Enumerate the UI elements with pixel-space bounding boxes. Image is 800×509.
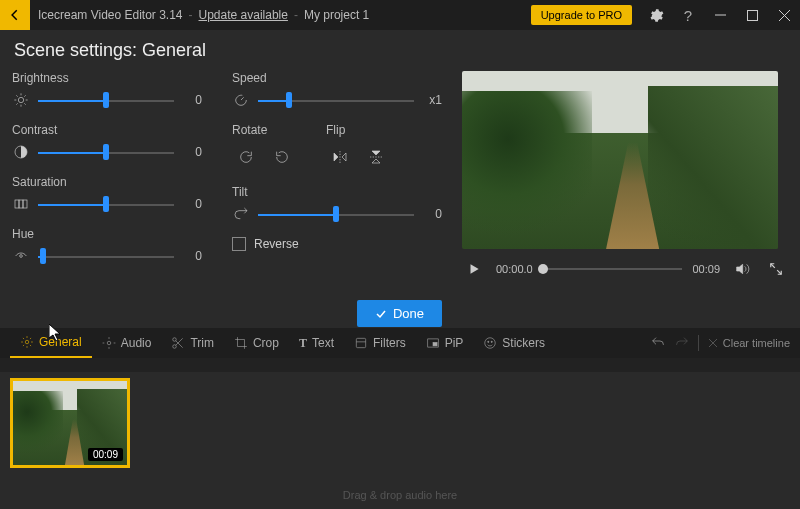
svg-rect-16 — [23, 200, 27, 208]
settings-button[interactable] — [640, 0, 672, 30]
tab-stickers[interactable]: Stickers — [473, 328, 555, 358]
back-button[interactable] — [0, 0, 30, 30]
help-button[interactable]: ? — [672, 0, 704, 30]
timeline[interactable]: 00:09 Drag & drop audio here — [0, 358, 800, 509]
progress-slider[interactable] — [543, 268, 683, 270]
update-link[interactable]: Update available — [199, 8, 288, 22]
maximize-button[interactable] — [736, 0, 768, 30]
tilt-slider[interactable] — [258, 207, 414, 221]
current-time: 00:00.0 — [496, 263, 533, 275]
hue-slider[interactable] — [38, 249, 174, 263]
clear-timeline-button[interactable]: Clear timeline — [707, 337, 790, 349]
arrow-left-icon — [8, 8, 22, 22]
video-preview[interactable] — [462, 71, 778, 249]
speed-slider[interactable] — [258, 93, 414, 107]
minimize-icon — [715, 10, 726, 21]
svg-line-10 — [24, 103, 25, 104]
page-title: Scene settings: General — [0, 30, 800, 71]
minimize-button[interactable] — [704, 0, 736, 30]
timeline-ruler[interactable] — [0, 358, 800, 372]
rotate-ccw-button[interactable] — [268, 143, 296, 171]
svg-point-32 — [173, 345, 177, 349]
hue-icon — [12, 247, 30, 265]
gear-icon — [20, 335, 34, 349]
svg-point-40 — [488, 341, 489, 342]
reverse-label: Reverse — [254, 237, 299, 251]
fullscreen-button[interactable] — [764, 257, 788, 281]
tab-trim-label: Trim — [190, 336, 214, 350]
svg-line-12 — [24, 95, 25, 96]
tab-general[interactable]: General — [10, 328, 92, 358]
title-text: Icecream Video Editor 3.14 - Update avai… — [30, 8, 377, 22]
svg-point-41 — [492, 341, 493, 342]
contrast-value: 0 — [182, 145, 202, 159]
tab-audio[interactable]: Audio — [92, 328, 162, 358]
tab-stickers-label: Stickers — [502, 336, 545, 350]
tab-text-label: Text — [312, 336, 334, 350]
rotate-label: Rotate — [232, 123, 296, 137]
tab-general-label: General — [39, 335, 82, 349]
filters-icon — [354, 336, 368, 350]
svg-point-30 — [107, 341, 111, 345]
maximize-icon — [747, 10, 758, 21]
saturation-value: 0 — [182, 197, 202, 211]
tab-pip-label: PiP — [445, 336, 464, 350]
brightness-slider[interactable] — [38, 93, 174, 107]
redo-button[interactable] — [674, 335, 690, 351]
brightness-value: 0 — [182, 93, 202, 107]
svg-point-17 — [20, 255, 23, 258]
saturation-slider[interactable] — [38, 197, 174, 211]
svg-point-29 — [25, 340, 29, 344]
flip-label: Flip — [326, 123, 390, 137]
volume-button[interactable] — [730, 257, 754, 281]
rotate-group: Rotate — [232, 123, 296, 171]
saturation-label: Saturation — [12, 175, 202, 189]
close-button[interactable] — [768, 0, 800, 30]
svg-line-27 — [771, 264, 775, 268]
player-bar: 00:00.0 00:09 — [462, 249, 788, 289]
contrast-icon — [12, 143, 30, 161]
svg-point-4 — [18, 97, 23, 102]
svg-rect-14 — [15, 200, 19, 208]
brightness-label: Brightness — [12, 71, 202, 85]
reverse-checkbox-row[interactable]: Reverse — [232, 237, 442, 251]
svg-marker-26 — [737, 264, 743, 273]
tab-pip[interactable]: PiP — [416, 328, 474, 358]
project-name: My project 1 — [304, 8, 369, 22]
contrast-slider[interactable] — [38, 145, 174, 159]
tab-crop-label: Crop — [253, 336, 279, 350]
svg-marker-24 — [372, 159, 380, 163]
svg-line-28 — [777, 270, 781, 274]
gear-icon — [649, 8, 664, 23]
tab-filters[interactable]: Filters — [344, 328, 416, 358]
speed-label: Speed — [232, 71, 442, 85]
rotate-cw-icon — [238, 149, 254, 165]
tab-crop[interactable]: Crop — [224, 328, 289, 358]
rotate-cw-button[interactable] — [232, 143, 260, 171]
play-button[interactable] — [462, 257, 486, 281]
tab-text[interactable]: TText — [289, 328, 344, 358]
separator: - — [294, 8, 298, 22]
svg-marker-25 — [471, 264, 479, 273]
flip-horizontal-button[interactable] — [326, 143, 354, 171]
upgrade-button[interactable]: Upgrade to PRO — [531, 5, 632, 25]
close-icon — [779, 10, 790, 21]
svg-line-18 — [241, 97, 244, 100]
done-button[interactable]: Done — [357, 300, 442, 327]
svg-rect-35 — [356, 338, 365, 347]
svg-rect-15 — [19, 200, 23, 208]
tab-trim[interactable]: Trim — [161, 328, 224, 358]
sticker-icon — [483, 336, 497, 350]
check-icon — [375, 308, 387, 320]
timeline-clip[interactable]: 00:09 — [10, 378, 130, 468]
clip-duration-badge: 00:09 — [88, 448, 123, 461]
reverse-checkbox[interactable] — [232, 237, 246, 251]
total-time: 00:09 — [692, 263, 720, 275]
tilt-value: 0 — [422, 207, 442, 221]
svg-point-39 — [485, 338, 496, 349]
brightness-icon — [12, 91, 30, 109]
undo-button[interactable] — [650, 335, 666, 351]
flip-vertical-button[interactable] — [362, 143, 390, 171]
tilt-label: Tilt — [232, 185, 442, 199]
contrast-control: Contrast 0 — [12, 123, 202, 161]
